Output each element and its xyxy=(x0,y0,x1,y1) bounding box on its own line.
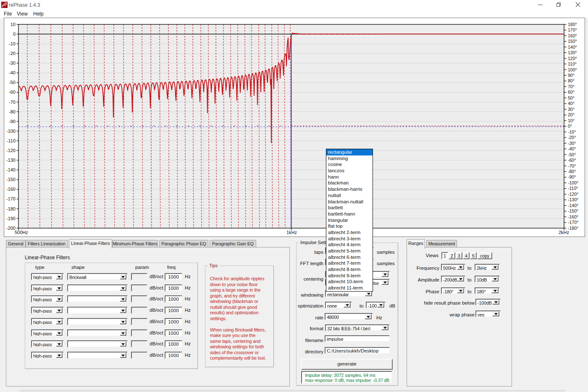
svg-text:-100: -100 xyxy=(6,129,16,134)
svg-text:-70°: -70° xyxy=(568,163,576,168)
svg-text:-130: -130 xyxy=(6,158,16,163)
svg-text:0: 0 xyxy=(13,32,16,37)
svg-text:0°: 0° xyxy=(568,124,572,129)
svg-text:10°: 10° xyxy=(568,118,575,123)
svg-text:-10: -10 xyxy=(9,41,16,46)
svg-text:90°: 90° xyxy=(568,73,575,78)
svg-text:-150°: -150° xyxy=(568,208,578,213)
svg-text:-120°: -120° xyxy=(568,192,578,197)
svg-text:-50°: -50° xyxy=(568,152,576,157)
svg-text:-160°: -160° xyxy=(568,214,578,219)
svg-text:150°: 150° xyxy=(568,39,577,44)
svg-text:500Hz: 500Hz xyxy=(15,230,28,235)
svg-text:-110°: -110° xyxy=(568,186,578,191)
svg-text:-30: -30 xyxy=(9,61,16,66)
svg-text:130°: 130° xyxy=(568,50,577,55)
svg-text:30°: 30° xyxy=(568,107,575,112)
svg-text:-20°: -20° xyxy=(568,135,576,140)
svg-text:-70: -70 xyxy=(9,100,16,105)
svg-text:180°: 180° xyxy=(568,22,577,27)
svg-text:100°: 100° xyxy=(568,67,577,72)
svg-text:-110: -110 xyxy=(7,138,16,143)
svg-text:70°: 70° xyxy=(568,84,575,89)
svg-text:120°: 120° xyxy=(568,56,577,61)
svg-text:20°: 20° xyxy=(568,112,575,117)
svg-text:-200: -200 xyxy=(6,226,16,231)
svg-text:-10°: -10° xyxy=(568,129,576,134)
svg-text:-160: -160 xyxy=(6,187,16,192)
svg-text:-190: -190 xyxy=(6,216,16,221)
svg-text:-50: -50 xyxy=(9,80,16,85)
svg-text:-100°: -100° xyxy=(568,180,578,185)
svg-text:160°: 160° xyxy=(568,33,577,38)
svg-text:-120: -120 xyxy=(6,148,16,153)
svg-text:-130°: -130° xyxy=(568,197,578,202)
svg-text:10: 10 xyxy=(10,22,16,27)
svg-text:-180°: -180° xyxy=(568,226,578,231)
svg-text:-20: -20 xyxy=(9,51,16,56)
svg-text:-60: -60 xyxy=(9,89,16,95)
svg-text:-40°: -40° xyxy=(568,146,576,151)
svg-text:110°: 110° xyxy=(568,61,577,66)
svg-text:170°: 170° xyxy=(568,27,577,32)
svg-text:40°: 40° xyxy=(568,101,575,106)
svg-text:-90: -90 xyxy=(9,119,16,124)
svg-text:-90°: -90° xyxy=(568,174,576,179)
svg-text:-170: -170 xyxy=(6,196,16,201)
svg-text:-180: -180 xyxy=(6,206,16,211)
svg-text:-30°: -30° xyxy=(568,141,576,146)
svg-text:-80: -80 xyxy=(9,109,16,114)
svg-text:-80°: -80° xyxy=(568,169,576,174)
svg-text:-140: -140 xyxy=(6,167,16,172)
svg-text:140°: 140° xyxy=(568,45,577,50)
svg-text:-60°: -60° xyxy=(568,158,576,163)
svg-text:50°: 50° xyxy=(568,95,575,100)
svg-text:80°: 80° xyxy=(568,78,575,83)
svg-text:-170°: -170° xyxy=(568,220,578,225)
svg-text:60°: 60° xyxy=(568,89,575,95)
svg-text:1kHz: 1kHz xyxy=(286,230,297,235)
svg-text:-40: -40 xyxy=(9,70,16,75)
svg-text:2kHz: 2kHz xyxy=(559,230,569,235)
svg-text:-150: -150 xyxy=(6,177,16,182)
svg-text:-140°: -140° xyxy=(568,203,578,208)
